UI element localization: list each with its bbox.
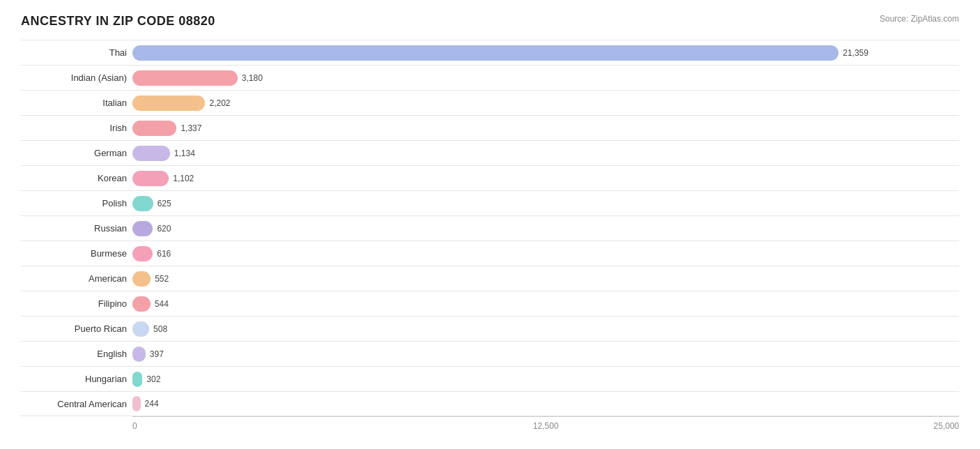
bar-value-label: 21,359 — [843, 48, 868, 58]
bar-cell: 244 — [132, 396, 959, 411]
bar-label: Burmese — [21, 248, 132, 259]
bar-value-label: 508 — [153, 324, 167, 334]
bar-cell: 508 — [132, 321, 959, 337]
x-axis-tick: 25,000 — [684, 421, 959, 431]
bar-cell: 1,134 — [132, 146, 959, 161]
bar-row: American552 — [21, 266, 959, 291]
bar-value-label: 620 — [157, 224, 171, 234]
bar-row: Polish625 — [21, 190, 959, 215]
bar-fill — [132, 347, 146, 362]
bar-fill — [132, 296, 151, 312]
bar-value-label: 1,337 — [181, 123, 201, 133]
bar-label: Indian (Asian) — [21, 73, 132, 83]
bar-value-label: 552 — [155, 274, 169, 284]
bar-label: English — [21, 349, 132, 359]
x-axis-tick: 0 — [132, 421, 408, 431]
bar-row: Korean1,102 — [21, 165, 959, 190]
bar-value-label: 244 — [145, 399, 159, 409]
bar-cell: 625 — [132, 196, 959, 211]
bar-label: Filipino — [21, 298, 132, 309]
bar-fill — [132, 271, 151, 287]
bar-label: Hungarian — [21, 374, 132, 384]
bar-value-label: 1,102 — [173, 174, 194, 183]
bar-cell: 2,202 — [132, 96, 959, 111]
bar-value-label: 625 — [158, 199, 171, 208]
bar-cell: 620 — [132, 221, 959, 236]
bar-row: English397 — [21, 341, 959, 366]
bar-row: Hungarian302 — [21, 366, 959, 391]
bar-fill — [132, 45, 839, 61]
bar-fill — [132, 70, 238, 86]
bar-fill — [132, 146, 170, 161]
x-axis-tick: 12,500 — [408, 421, 683, 431]
bar-row: Central American244 — [21, 391, 959, 416]
bar-value-label: 302 — [146, 374, 160, 384]
bar-value-label: 2,202 — [209, 98, 230, 108]
bar-row: Burmese616 — [21, 241, 959, 266]
bar-label: Puerto Rican — [21, 324, 132, 334]
bar-row: Indian (Asian)3,180 — [21, 65, 959, 90]
bar-fill — [132, 196, 153, 211]
bar-label: Russian — [21, 223, 132, 234]
bar-fill — [132, 121, 176, 136]
bar-fill — [132, 96, 205, 111]
bar-cell: 21,359 — [132, 45, 959, 61]
bar-fill — [132, 372, 142, 387]
bar-row: Puerto Rican508 — [21, 316, 959, 341]
bar-fill — [132, 321, 149, 337]
bar-row: Italian2,202 — [21, 90, 959, 115]
bar-value-label: 3,180 — [242, 73, 263, 83]
bar-value-label: 397 — [150, 349, 164, 359]
bar-cell: 616 — [132, 246, 959, 261]
x-axis: 012,50025,000 — [132, 416, 959, 431]
chart-title: ANCESTRY IN ZIP CODE 08820 — [21, 14, 215, 29]
bar-value-label: 544 — [155, 299, 169, 309]
bar-row: Filipino544 — [21, 291, 959, 316]
bar-cell: 552 — [132, 271, 959, 287]
bar-label: Polish — [21, 198, 132, 208]
bar-cell: 544 — [132, 296, 959, 312]
bar-row: Irish1,337 — [21, 115, 959, 140]
bar-fill — [132, 396, 141, 411]
bar-cell: 1,337 — [132, 121, 959, 136]
bar-label: German — [21, 148, 132, 158]
chart-source: Source: ZipAtlas.com — [880, 14, 959, 24]
bar-value-label: 616 — [157, 249, 171, 259]
bar-label: Irish — [21, 123, 132, 133]
chart-area: Thai21,359Indian (Asian)3,180Italian2,20… — [21, 40, 959, 416]
bar-fill — [132, 171, 169, 186]
bar-label: Korean — [21, 173, 132, 183]
bar-row: Thai21,359 — [21, 40, 959, 65]
bar-label: Thai — [21, 47, 132, 58]
bar-label: Central American — [21, 399, 132, 409]
bar-label: Italian — [21, 98, 132, 108]
bar-cell: 1,102 — [132, 171, 959, 186]
bar-fill — [132, 246, 153, 261]
bar-row: Russian620 — [21, 215, 959, 241]
bar-value-label: 1,134 — [174, 149, 195, 158]
bar-cell: 397 — [132, 347, 959, 362]
bar-fill — [132, 221, 153, 236]
bar-row: German1,134 — [21, 140, 959, 165]
bar-cell: 302 — [132, 372, 959, 387]
bar-cell: 3,180 — [132, 70, 959, 86]
bar-label: American — [21, 273, 132, 284]
